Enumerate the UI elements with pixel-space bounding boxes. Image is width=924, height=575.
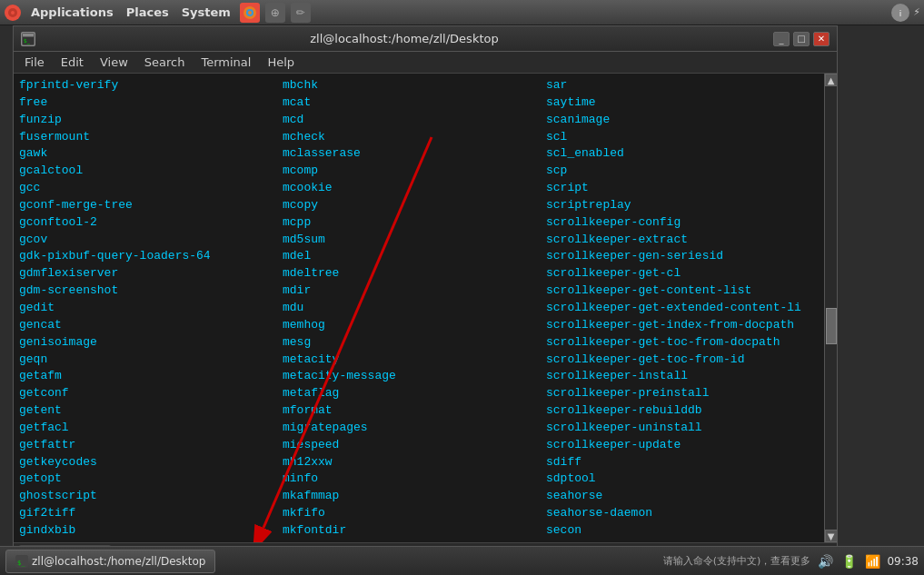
entry-gconftool-2: gconftool-2: [19, 214, 283, 232]
entry-mclasserase: mclasserase: [283, 145, 546, 163]
svg-point-2: [11, 11, 15, 15]
entry-secon: secon: [546, 522, 810, 540]
entry-scrollkeeper-get-content-list: scrollkeeper-get-content-list: [546, 283, 810, 300]
entry-miespeed: miespeed: [283, 437, 546, 454]
entry-mcat: mcat: [283, 94, 546, 112]
footer-btn-label: zll@localhost:/home/zll/Desktop: [32, 555, 205, 568]
terminal-content[interactable]: fprintd-verify free funzip fusermount ga…: [14, 74, 824, 542]
entry-gcalctool: gcalctool: [19, 163, 283, 180]
window-app-icon: $_: [21, 32, 35, 46]
system-menu[interactable]: System: [178, 4, 234, 21]
entry-mkfifo: mkfifo: [283, 505, 546, 522]
entry-mbchk: mbchk: [283, 77, 546, 94]
scroll-down-arrow[interactable]: ▼: [825, 530, 838, 542]
entry-scl: scl: [546, 129, 810, 146]
entry-seahorse-daemon: seahorse-daemon: [546, 505, 810, 522]
entry-mkafmmap: mkafmmap: [283, 488, 546, 505]
entry-mformat: mformat: [283, 402, 546, 420]
entry-minfo: minfo: [283, 471, 546, 488]
entry-mdu: mdu: [283, 300, 546, 317]
entry-mdeltree: mdeltree: [283, 265, 546, 283]
entry-ghostscript: ghostscript: [19, 488, 283, 505]
entry-gencat: gencat: [19, 317, 283, 334]
col-2: mbchk mcat mcd mcheck mclasserase mcomp …: [283, 77, 546, 540]
entry-scl_enabled: scl_enabled: [546, 145, 810, 163]
entry-scrollkeeper-get-extended: scrollkeeper-get-extended-content-li: [546, 300, 810, 317]
vertical-scrollbar[interactable]: ▲ ▼: [824, 74, 837, 542]
menu-view[interactable]: View: [93, 54, 135, 71]
entry-scrollkeeper-uninstall: scrollkeeper-uninstall: [546, 420, 810, 437]
menu-search[interactable]: Search: [137, 54, 193, 71]
entry-gif2tiff: gif2tiff: [19, 505, 283, 522]
entry-getfacl: getfacl: [19, 420, 283, 437]
scroll-up-arrow[interactable]: ▲: [825, 74, 838, 86]
app-icon-3[interactable]: ✏: [291, 3, 311, 23]
entry-mcd: mcd: [283, 112, 546, 129]
entry-scrollkeeper-extract: scrollkeeper-extract: [546, 232, 810, 249]
entry-scrollkeeper-install: scrollkeeper-install: [546, 368, 810, 385]
entry-script: script: [546, 180, 810, 197]
entry-getafm: getafm: [19, 368, 283, 385]
entry-scrollkeeper-get-toc-docpath: scrollkeeper-get-toc-from-docpath: [546, 334, 810, 352]
scroll-track[interactable]: [825, 86, 838, 530]
terminal-body: fprintd-verify free funzip fusermount ga…: [14, 74, 837, 542]
entry-sdiff: sdiff: [546, 454, 810, 471]
entry-gcov: gcov: [19, 232, 283, 249]
menu-help[interactable]: Help: [260, 54, 302, 71]
prompt-ls-var: [root@localhost Desktop]# ls /var: [19, 540, 819, 542]
prompt-text-1: [root@localhost Desktop]# ls /var: [19, 540, 253, 542]
entry-gcc: gcc: [19, 180, 283, 197]
command-output-columns: fprintd-verify free funzip fusermount ga…: [19, 77, 819, 540]
tray-icon-1: i: [891, 4, 909, 22]
titlebar: $_ zll@localhost:/home/zll/Desktop _ □ ✕: [14, 26, 837, 52]
entry-getfattr: getfattr: [19, 437, 283, 454]
svg-point-5: [248, 11, 252, 15]
entry-seahorse: seahorse: [546, 488, 810, 505]
entry-mcpp: mcpp: [283, 214, 546, 232]
app-icon-2[interactable]: ⊕: [265, 3, 285, 23]
entry-saytime: saytime: [546, 94, 810, 112]
scroll-thumb[interactable]: [826, 308, 837, 344]
terminal-icon: $_: [15, 555, 28, 568]
entry-md5sum: md5sum: [283, 232, 546, 249]
entry-scriptreplay: scriptreplay: [546, 197, 810, 214]
entry-free: free: [19, 94, 283, 112]
tray-icon-2: ⚡: [913, 6, 920, 18]
col-1: fprintd-verify free funzip fusermount ga…: [19, 77, 283, 540]
entry-gconf-merge-tree: gconf-merge-tree: [19, 197, 283, 214]
entry-funzip: funzip: [19, 112, 283, 129]
terminal-window: $_ zll@localhost:/home/zll/Desktop _ □ ✕…: [13, 25, 838, 561]
entry-gindxbib: gindxbib: [19, 522, 283, 540]
svg-text:i: i: [899, 9, 902, 18]
entry-mesg: mesg: [283, 334, 546, 352]
maximize-button[interactable]: □: [793, 32, 810, 46]
svg-rect-9: [23, 34, 34, 36]
entry-gdmflexiserver: gdmflexiserver: [19, 265, 283, 283]
entry-scrollkeeper-get-toc-id: scrollkeeper-get-toc-from-id: [546, 352, 810, 369]
applications-menu[interactable]: Applications: [27, 4, 117, 21]
entry-sdptool: sdptool: [546, 471, 810, 488]
footer-terminal-btn[interactable]: $_ zll@localhost:/home/zll/Desktop: [5, 550, 215, 573]
system-tray: i ⚡: [891, 4, 920, 22]
entry-mcookie: mcookie: [283, 180, 546, 197]
entry-genisoimage: genisoimage: [19, 334, 283, 352]
firefox-icon[interactable]: [240, 3, 260, 23]
entry-geqn: geqn: [19, 352, 283, 369]
entry-gawk: gawk: [19, 145, 283, 163]
entry-getent: getent: [19, 402, 283, 420]
gnome-icon: [4, 4, 22, 22]
entry-mdir: mdir: [283, 283, 546, 300]
entry-getkeycodes: getkeycodes: [19, 454, 283, 471]
footer-taskbar: $_ zll@localhost:/home/zll/Desktop 请输入命令…: [0, 546, 924, 575]
menu-edit[interactable]: Edit: [54, 54, 91, 71]
close-button[interactable]: ✕: [813, 32, 830, 46]
entry-mdel: mdel: [283, 248, 546, 265]
minimize-button[interactable]: _: [773, 32, 790, 46]
menu-terminal[interactable]: Terminal: [194, 54, 258, 71]
window-title: zll@localhost:/home/zll/Desktop: [43, 32, 766, 45]
menu-file[interactable]: File: [17, 54, 52, 71]
entry-mcheck: mcheck: [283, 129, 546, 146]
places-menu[interactable]: Places: [123, 4, 173, 21]
footer-clock: 09:38: [887, 555, 919, 568]
entry-gdm-screenshot: gdm-screenshot: [19, 283, 283, 300]
